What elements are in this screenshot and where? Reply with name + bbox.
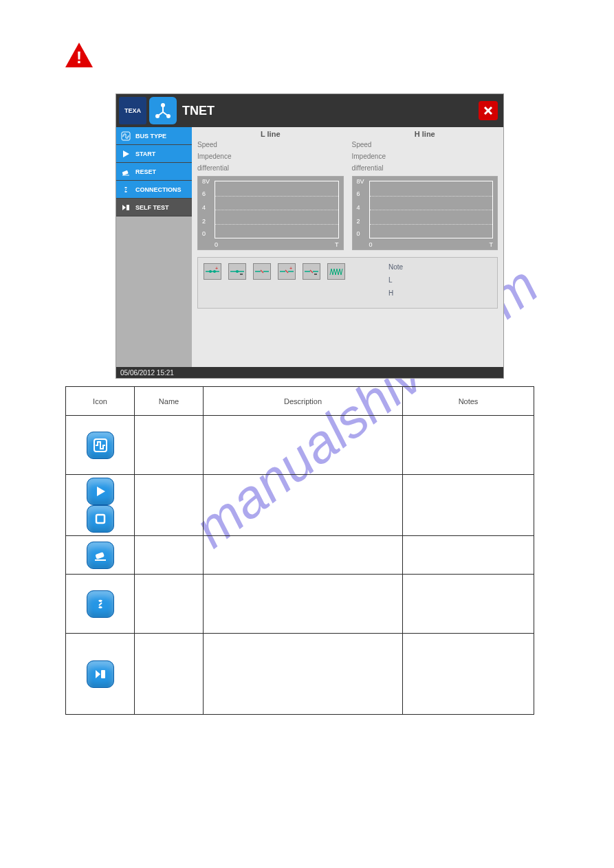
sidebar-item-start[interactable]: START	[116, 145, 192, 163]
svg-line-8	[163, 112, 168, 116]
bus-type-button[interactable]	[87, 432, 114, 459]
svg-text:+: +	[289, 267, 292, 271]
y-tick: 6	[202, 190, 206, 197]
param-label: differential	[197, 164, 344, 172]
svg-text:+: +	[215, 267, 218, 271]
svg-text:!: !	[76, 48, 82, 67]
reset-button[interactable]	[87, 542, 114, 569]
svg-rect-43	[101, 670, 105, 678]
app-header: TEXA TNET	[116, 94, 503, 127]
fault-icon-4[interactable]: +	[278, 263, 296, 280]
x-tick: T	[490, 241, 494, 248]
param-label: Speed	[352, 141, 498, 148]
eraser-icon	[120, 166, 132, 178]
waveform-icon	[93, 438, 108, 453]
fault-icon-2[interactable]	[228, 263, 246, 280]
note-h: H	[388, 289, 492, 297]
svg-rect-17	[127, 205, 129, 210]
svg-rect-13	[122, 170, 129, 175]
eraser-icon	[93, 548, 108, 563]
play-icon	[120, 148, 132, 160]
param-label: Impedence	[197, 153, 344, 160]
fault-icon-6[interactable]	[327, 263, 345, 280]
sidebar-item-self-test[interactable]: SELF TEST	[116, 199, 192, 216]
y-axis-label: 8V	[357, 178, 364, 185]
notes-panel: Note L H	[388, 263, 492, 302]
svg-marker-37	[97, 487, 105, 496]
svg-marker-12	[123, 151, 129, 157]
svg-rect-38	[96, 515, 105, 523]
close-button[interactable]	[479, 101, 498, 120]
sidebar: BUS TYPE START RESET CONNECTIONS SELF TE…	[116, 127, 192, 367]
table-row	[66, 536, 534, 575]
fault-icon-1[interactable]: +	[204, 263, 221, 280]
svg-line-7	[157, 112, 163, 116]
col-desc: Description	[204, 387, 403, 416]
svg-rect-39	[95, 552, 105, 559]
reference-table: Icon Name Description Notes	[65, 386, 534, 715]
fault-icon-5[interactable]	[303, 263, 320, 280]
play-icon	[93, 484, 108, 499]
sidebar-item-connections[interactable]: CONNECTIONS	[116, 181, 192, 199]
stop-button[interactable]	[87, 505, 114, 533]
y-tick: 2	[202, 218, 206, 225]
sidebar-item-label: BUS TYPE	[135, 133, 166, 140]
h-line-graph: 8V 6 4 2 0 0 T	[352, 176, 498, 250]
col-notes: Notes	[403, 387, 534, 416]
y-tick: 6	[357, 190, 360, 197]
l-line-graph: 8V 6 4 2 0 0 T	[197, 176, 344, 250]
svg-line-30	[285, 270, 288, 273]
sidebar-item-label: SELF TEST	[135, 204, 169, 211]
sidebar-item-bus-type[interactable]: BUS TYPE	[116, 127, 192, 145]
param-label: Impedence	[352, 153, 498, 160]
warning-icon: !	[65, 43, 93, 69]
svg-line-41	[99, 603, 102, 605]
table-header-row: Icon Name Description Notes	[66, 387, 534, 416]
x-tick: T	[335, 241, 339, 248]
sidebar-item-reset[interactable]: RESET	[116, 163, 192, 181]
y-tick: 2	[357, 218, 360, 225]
notes-title: Note	[388, 263, 492, 271]
svg-marker-42	[96, 670, 100, 678]
close-icon	[483, 105, 494, 116]
play-button[interactable]	[87, 478, 114, 505]
connections-button[interactable]	[87, 590, 114, 618]
fault-icon-panel: + + Note L H	[197, 257, 498, 309]
svg-line-27	[261, 270, 263, 273]
column-title: L line	[197, 130, 344, 138]
link-icon	[120, 183, 132, 196]
svg-line-15	[125, 189, 127, 190]
x-tick: 0	[369, 241, 373, 248]
col-icon: Icon	[66, 387, 135, 416]
param-label: Speed	[197, 141, 344, 148]
l-line-column: L line Speed Impedence differential 8V 6…	[197, 130, 344, 250]
x-tick: 0	[215, 241, 218, 248]
stop-icon	[93, 511, 108, 526]
self-test-icon	[93, 667, 108, 682]
table-row	[66, 475, 534, 536]
waveform-icon	[120, 130, 132, 142]
fault-icon-3[interactable]	[253, 263, 271, 280]
status-timestamp: 05/06/2012 15:21	[120, 369, 174, 377]
tnet-app-window: TEXA TNET BUS TYPE START RESET CO	[116, 93, 504, 379]
self-test-icon	[120, 201, 132, 214]
app-title: TNET	[182, 104, 215, 118]
status-bar: 05/06/2012 15:21	[116, 367, 503, 378]
y-tick: 0	[202, 230, 206, 237]
svg-point-19	[209, 270, 212, 273]
self-test-button[interactable]	[87, 660, 114, 688]
svg-line-34	[310, 270, 313, 273]
sidebar-item-label: CONNECTIONS	[135, 186, 182, 193]
network-icon	[149, 97, 177, 124]
sidebar-item-label: RESET	[135, 168, 156, 175]
texa-logo: TEXA	[119, 97, 146, 124]
table-row	[66, 575, 534, 634]
svg-point-23	[236, 270, 239, 273]
y-tick: 4	[357, 204, 360, 211]
link-icon	[93, 597, 108, 612]
col-name: Name	[135, 387, 204, 416]
column-title: H line	[352, 130, 498, 138]
h-line-column: H line Speed Impedence differential 8V 6…	[352, 130, 498, 250]
main-panel: L line Speed Impedence differential 8V 6…	[192, 127, 503, 367]
table-row	[66, 416, 534, 475]
